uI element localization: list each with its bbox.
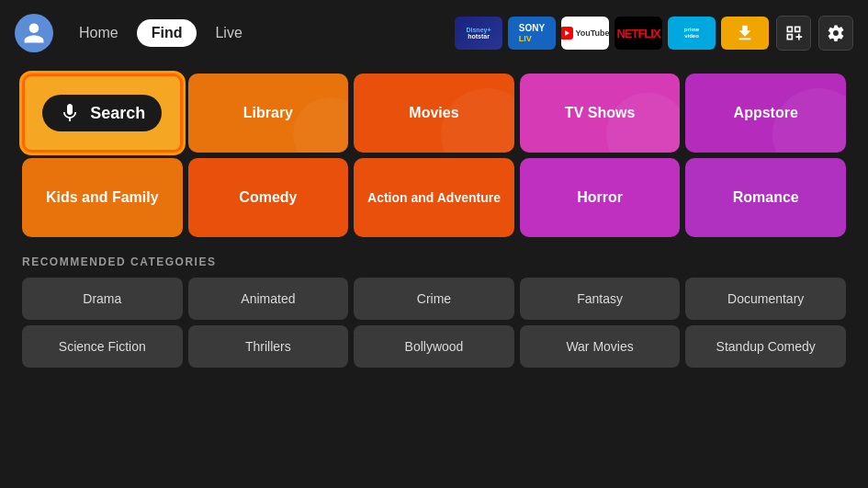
add-app-button[interactable] <box>776 16 811 51</box>
rec-crime[interactable]: Crime <box>354 278 514 320</box>
app-youtube[interactable]: YouTube <box>561 17 609 50</box>
app-primevideo[interactable]: primevideo <box>668 17 716 50</box>
search-tile[interactable]: Search <box>22 74 183 153</box>
categories-grid: Search Library Movies TV Shows Appstore … <box>22 74 846 237</box>
romance-label: Romance <box>733 189 799 206</box>
rec-fantasy[interactable]: Fantasy <box>520 278 681 320</box>
movies-tile[interactable]: Movies <box>354 74 514 153</box>
horror-tile[interactable]: Horror <box>520 158 681 237</box>
rec-thrillers[interactable]: Thrillers <box>188 325 349 368</box>
romance-tile[interactable]: Romance <box>685 158 846 237</box>
movies-label: Movies <box>409 105 458 121</box>
header: Home Find Live Disney+ hotstar SONYLIV Y… <box>0 0 868 66</box>
settings-button[interactable] <box>818 16 853 51</box>
kids-label: Kids and Family <box>42 186 163 210</box>
rec-scifi[interactable]: Science Fiction <box>22 325 183 368</box>
main-content: Search Library Movies TV Shows Appstore … <box>0 66 868 382</box>
nav-find[interactable]: Find <box>137 19 197 47</box>
action-tile[interactable]: Action and Adventure <box>354 158 514 237</box>
action-label: Action and Adventure <box>364 187 504 209</box>
library-tile[interactable]: Library <box>188 74 349 153</box>
kids-tile[interactable]: Kids and Family <box>22 158 183 237</box>
rec-drama[interactable]: Drama <box>22 278 183 320</box>
recommended-section: RECOMMENDED CATEGORIES Drama Animated Cr… <box>22 255 846 368</box>
app-sonyliv[interactable]: SONYLIV <box>508 17 556 50</box>
avatar[interactable] <box>15 14 53 52</box>
streaming-apps: Disney+ hotstar SONYLIV YouTube NETFLIX … <box>455 17 769 50</box>
recommended-grid: Drama Animated Crime Fantasy Documentary… <box>22 278 846 368</box>
recommended-title: RECOMMENDED CATEGORIES <box>22 255 846 268</box>
library-label: Library <box>243 105 293 121</box>
nav-live[interactable]: Live <box>200 19 256 47</box>
nav-links: Home Find Live <box>64 19 257 47</box>
comedy-label: Comedy <box>239 189 297 206</box>
rec-documentary[interactable]: Documentary <box>685 278 846 320</box>
appstore-label: Appstore <box>734 105 798 121</box>
app-downloader[interactable] <box>721 17 769 50</box>
tvshows-tile[interactable]: TV Shows <box>520 74 681 153</box>
app-hotstar[interactable]: Disney+ hotstar <box>455 17 502 50</box>
rec-animated[interactable]: Animated <box>188 278 349 320</box>
nav-home[interactable]: Home <box>64 19 133 47</box>
app-netflix[interactable]: NETFLIX <box>614 17 662 50</box>
tvshows-label: TV Shows <box>565 105 635 121</box>
comedy-tile[interactable]: Comedy <box>188 158 349 237</box>
rec-warmovies[interactable]: War Movies <box>520 325 681 368</box>
appstore-tile[interactable]: Appstore <box>685 74 846 153</box>
search-label: Search <box>90 104 145 123</box>
horror-label: Horror <box>577 189 623 206</box>
rec-bollywood[interactable]: Bollywood <box>354 325 514 368</box>
rec-standup[interactable]: Standup Comedy <box>685 325 846 368</box>
